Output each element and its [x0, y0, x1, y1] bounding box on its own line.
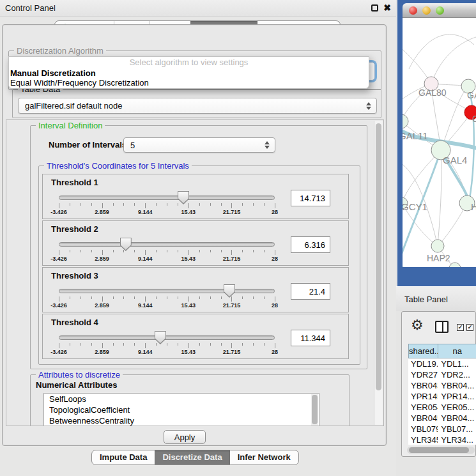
- threshold-label: Threshold 4: [51, 318, 98, 327]
- split-view-icon[interactable]: [435, 321, 449, 333]
- settings-scrollbar-thumb[interactable]: [376, 123, 381, 390]
- cell-shared-name: YER054C: [408, 402, 438, 413]
- thresholds-group-title: Threshold's Coordinates for 5 Intervals: [44, 161, 192, 171]
- attribute-list-item[interactable]: TopologicalCoefficient: [44, 404, 319, 415]
- table-row[interactable]: YLR345WYLR34...: [408, 434, 476, 445]
- threshold-panel-4: Threshold 4-3.4262.8599.14415.4321.71528: [42, 314, 349, 359]
- cell-name: YBR04...: [438, 380, 476, 391]
- slider-ticks: [59, 250, 275, 256]
- cell-shared-name: YDL19...: [408, 358, 438, 369]
- slider-tick-label: 9.144: [138, 349, 153, 355]
- tab-infer-network[interactable]: Infer Network: [230, 450, 298, 464]
- cyni-toolbox-panel: Discretization Algorithm Select algorith…: [2, 24, 387, 446]
- slider-tick-label: 28: [272, 256, 278, 262]
- table-data-combobox[interactable]: galFiltered.sif default node: [18, 98, 377, 114]
- table-row[interactable]: YDL19...YDL1...: [408, 358, 476, 369]
- threshold-slider-track[interactable]: [59, 335, 275, 340]
- threshold-slider-track[interactable]: [59, 242, 275, 247]
- apply-button[interactable]: Apply: [164, 430, 206, 444]
- node-bottom[interactable]: [449, 263, 461, 267]
- threshold-slider-thumb[interactable]: [224, 284, 235, 298]
- slider-tick-label: -3.426: [50, 256, 67, 262]
- tab-impute-data[interactable]: Impute Data: [92, 450, 155, 464]
- network-view-frame: GAL80 GA C GAL11 GAL4 GCY1 H HAP2: [397, 0, 476, 286]
- zoom-traffic-light-icon[interactable]: [436, 6, 444, 15]
- checkbox-icon-2[interactable]: ✓: [466, 324, 473, 331]
- threshold-slider-thumb[interactable]: [178, 191, 189, 204]
- table-row[interactable]: YER054CYER05...: [408, 402, 476, 413]
- table-row[interactable]: YBR043CYBR04...: [408, 380, 476, 391]
- close-traffic-light-icon[interactable]: [409, 6, 417, 15]
- number-of-intervals-label: Number of Intervals: [49, 140, 127, 150]
- threshold-slider-thumb[interactable]: [155, 331, 166, 344]
- minimize-traffic-light-icon[interactable]: [422, 6, 431, 15]
- attributes-list-scrollbar[interactable]: [311, 394, 318, 426]
- node-table-body: YDL19...YDL1...YDR27...YDR2...YBR043CYBR…: [408, 358, 476, 445]
- algorithm-option-manual[interactable]: Manual Discretization: [9, 68, 369, 78]
- attribute-list-item[interactable]: SelfLoops: [44, 394, 319, 404]
- tab-discretize-data-label: Discretize Data: [162, 450, 222, 464]
- algorithm-placeholder-option[interactable]: Select algorithm to view settings: [9, 57, 369, 68]
- column-header-shared[interactable]: shared...: [408, 344, 438, 358]
- table-row[interactable]: YDR27...YDR2...: [408, 369, 476, 380]
- threshold-value-input[interactable]: [291, 330, 330, 346]
- threshold-panel-2: Threshold 2-3.4262.8599.14415.4321.71528: [42, 220, 349, 266]
- table-row[interactable]: YPR145WYPR14...: [408, 391, 476, 402]
- window-title: Control Panel: [5, 3, 56, 13]
- table-panel-title: Table Panel: [404, 295, 448, 304]
- algorithm-option-equal-width[interactable]: Equal Width/Frequency Discretization: [9, 78, 369, 88]
- thresholds-group: Threshold's Coordinates for 5 Intervals …: [38, 165, 360, 365]
- cell-shared-name: YDR27...: [408, 369, 438, 380]
- number-of-intervals-combobox[interactable]: 5: [123, 137, 275, 153]
- tab-discretize-data[interactable]: Discretize Data: [155, 450, 229, 464]
- threshold-slider-track[interactable]: [59, 289, 275, 293]
- numerical-attributes-label: Numerical Attributes: [36, 380, 117, 390]
- threshold-slider-thumb[interactable]: [120, 238, 132, 251]
- attribute-list-item[interactable]: BetweennessCentrality: [44, 415, 319, 426]
- table-row[interactable]: YBL079WYBL07...: [408, 424, 476, 434]
- table-hscrollbar-thumb[interactable]: [409, 447, 469, 453]
- numerical-attributes-list[interactable]: SelfLoopsTopologicalCoefficientBetweenne…: [43, 393, 319, 426]
- screen: Control Panel ✖ Network Style: [0, 0, 476, 476]
- threshold-value-input[interactable]: [291, 283, 330, 300]
- cell-name: YDR2...: [438, 369, 476, 380]
- node-label-gal80: GAL80: [418, 88, 447, 98]
- slider-ticks: [59, 203, 275, 209]
- slider-tick-label: 9.144: [138, 256, 153, 262]
- slider-tick-label: 2.859: [95, 209, 109, 215]
- discretization-algorithm-group-title: Discretization Algorithm: [14, 46, 106, 56]
- number-of-intervals-value: 5: [130, 141, 135, 150]
- cell-name: YPR14...: [438, 391, 476, 402]
- table-panel-header: Table Panel: [396, 286, 476, 311]
- combo-arrows-icon: [265, 141, 270, 149]
- network-window: GAL80 GA C GAL11 GAL4 GCY1 H HAP2: [403, 3, 476, 267]
- node-label-h: H: [471, 201, 476, 212]
- table-horizontal-scrollbar[interactable]: [407, 447, 475, 454]
- node-label-gal4: GAL4: [443, 155, 467, 165]
- threshold-label: Threshold 3: [51, 271, 98, 280]
- threshold-slider-track[interactable]: [59, 196, 275, 200]
- cell-shared-name: YPR145W: [408, 391, 438, 402]
- slider-ticks: [59, 343, 275, 349]
- threshold-value-input[interactable]: [291, 190, 330, 206]
- network-canvas[interactable]: GAL80 GA C GAL11 GAL4 GCY1 H HAP2: [403, 18, 476, 267]
- close-icon[interactable]: ✖: [383, 3, 391, 13]
- cell-name: YDL1...: [438, 358, 476, 369]
- gear-icon[interactable]: ⚙: [411, 317, 424, 334]
- slider-ticks: [59, 296, 275, 302]
- node-label-gcy1: GCY1: [403, 201, 427, 212]
- node-hap2[interactable]: [431, 240, 444, 252]
- tab-infer-network-label: Infer Network: [238, 450, 291, 464]
- cell-name: YBR04...: [438, 413, 476, 424]
- float-window-icon[interactable]: [371, 4, 378, 12]
- checkbox-icon-1[interactable]: ✓: [457, 324, 464, 331]
- settings-vertical-scrollbar[interactable]: [374, 121, 383, 425]
- table-row[interactable]: YBR045CYBR04...: [408, 413, 476, 424]
- cell-shared-name: YLR345W: [408, 434, 438, 445]
- slider-tick-label: 21.715: [223, 349, 241, 355]
- cell-shared-name: YBR045C: [408, 413, 438, 424]
- algorithm-dropdown-popup: Select algorithm to view settings Manual…: [8, 56, 369, 89]
- network-window-titlebar: [403, 3, 476, 18]
- column-header-name[interactable]: na: [438, 344, 476, 358]
- threshold-value-input[interactable]: [291, 236, 330, 253]
